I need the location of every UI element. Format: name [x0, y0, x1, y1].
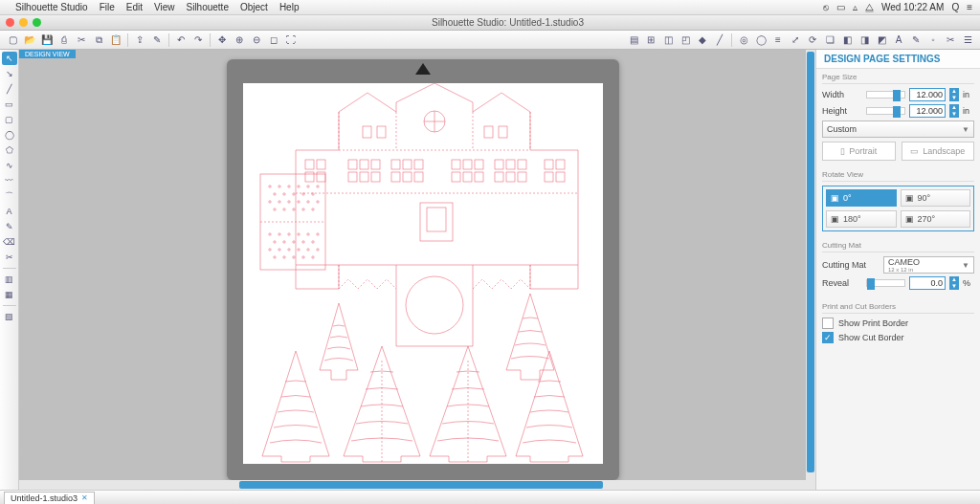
send-icon[interactable]: ⇪	[132, 33, 147, 48]
text-style-icon[interactable]: A	[891, 33, 906, 48]
width-slider[interactable]	[866, 91, 905, 99]
library-tool-icon[interactable]: ▥	[2, 273, 17, 286]
svg-rect-23	[403, 172, 412, 182]
menu-object[interactable]: Object	[240, 2, 268, 12]
show-print-border-checkbox[interactable]: Show Print Border	[822, 318, 974, 329]
height-slider[interactable]	[866, 107, 905, 115]
store-tool-icon[interactable]: ▦	[2, 288, 17, 301]
spotlight-icon[interactable]: Q	[951, 2, 959, 12]
design-view-tab[interactable]: DESIGN VIEW	[19, 50, 76, 58]
reveal-stepper[interactable]: ▲▼	[949, 276, 959, 290]
vertical-scrollbar[interactable]	[806, 50, 815, 480]
app-name[interactable]: Silhouette Studio	[15, 2, 88, 12]
menu-file[interactable]: File	[100, 2, 115, 12]
close-button[interactable]	[6, 18, 14, 27]
blade-icon[interactable]: ✎	[149, 33, 165, 48]
cutting-mat-dropdown[interactable]: CAMEO 12 x 12 in ▼	[883, 256, 974, 274]
line-icon[interactable]: ╱	[712, 33, 727, 48]
pan-icon[interactable]: ✥	[214, 33, 230, 48]
eraser-tool-icon[interactable]: ⌫	[2, 235, 17, 249]
knife-tool-icon[interactable]: ✂	[2, 251, 17, 264]
close-tab-icon[interactable]: ✕	[81, 493, 88, 502]
edit-points-icon[interactable]: ↘	[2, 67, 17, 80]
new-icon[interactable]: ▢	[5, 33, 20, 48]
undo-icon[interactable]: ↶	[173, 33, 189, 48]
scale-icon[interactable]: ⤢	[788, 33, 803, 48]
cut-icon[interactable]: ✂	[74, 33, 89, 48]
status-icon[interactable]: ⎋	[823, 2, 829, 12]
rhinestone-icon[interactable]: ◦	[925, 33, 941, 48]
menu-edit[interactable]: Edit	[126, 2, 143, 12]
grid-icon[interactable]: ⊞	[643, 33, 658, 48]
select-tool-icon[interactable]: ↖	[2, 52, 17, 65]
zoomin-icon[interactable]: ⊕	[232, 33, 247, 48]
arc-tool-icon[interactable]: ⌒	[2, 189, 17, 203]
menu-help[interactable]: Help	[279, 2, 300, 12]
menu-silhouette[interactable]: Silhouette	[186, 2, 228, 12]
width-input[interactable]: 12.000	[909, 88, 946, 101]
paste-icon[interactable]: 📋	[108, 33, 123, 48]
registration-icon[interactable]: ◫	[660, 33, 676, 48]
zoomout-icon[interactable]: ⊖	[249, 33, 264, 48]
rotate-90-button[interactable]: ▣90°	[901, 189, 971, 207]
menu-view[interactable]: View	[154, 2, 175, 12]
horizontal-scrollbar[interactable]	[19, 480, 815, 490]
redo-icon[interactable]: ↷	[190, 33, 206, 48]
print-icon[interactable]: ⎙	[56, 33, 72, 48]
height-input[interactable]: 12.000	[909, 104, 946, 118]
svg-rect-15	[371, 160, 380, 169]
zoomsel-icon[interactable]: ◻	[266, 33, 281, 48]
airplay-icon[interactable]: ▵	[853, 2, 858, 12]
width-stepper[interactable]: ▲▼	[949, 88, 959, 101]
canvas-area[interactable]: DESIGN VIEW	[19, 50, 815, 490]
portrait-button[interactable]: ▯Portrait	[822, 142, 896, 161]
rotate-0-button[interactable]: ▣0°	[826, 189, 897, 207]
wifi-icon[interactable]: ⧋	[865, 2, 874, 13]
clock[interactable]: Wed 10:22 AM	[881, 2, 944, 12]
modify-06-icon[interactable]: ◧	[839, 33, 855, 48]
offset-icon[interactable]: ◯	[753, 33, 768, 48]
reveal-slider[interactable]	[866, 279, 905, 287]
landscape-button[interactable]: ▭Landscape	[902, 142, 975, 161]
trace-icon[interactable]: ◎	[736, 33, 751, 48]
modify-07-icon[interactable]: ◨	[857, 33, 872, 48]
rect-tool-icon[interactable]: ▭	[2, 98, 17, 111]
roundrect-tool-icon[interactable]: ▢	[2, 113, 17, 126]
open-icon[interactable]: 📂	[22, 33, 37, 48]
height-stepper[interactable]: ▲▼	[949, 104, 959, 118]
svg-point-87	[307, 249, 309, 251]
menu-icon[interactable]: ≡	[967, 2, 972, 12]
copy-icon[interactable]: ⧉	[91, 33, 106, 48]
rotate-icon[interactable]: ⟳	[805, 33, 820, 48]
show-cut-border-checkbox[interactable]: ✓ Show Cut Border	[822, 332, 974, 343]
fill-icon[interactable]: ◆	[695, 33, 710, 48]
reveal-input[interactable]: 0.0	[909, 276, 946, 290]
pixscan-icon[interactable]: ◰	[678, 33, 693, 48]
draw-note-icon[interactable]: ✎	[2, 220, 17, 233]
freehand-tool-icon[interactable]: 〰	[2, 174, 17, 187]
send-to-silhouette-icon[interactable]: ▧	[2, 310, 17, 323]
curve-tool-icon[interactable]: ∿	[2, 159, 17, 172]
zoom-button[interactable]	[33, 18, 41, 27]
display-icon[interactable]: ▭	[836, 2, 845, 12]
rotate-270-button[interactable]: ▣270°	[901, 210, 971, 228]
modify-08-icon[interactable]: ◩	[874, 33, 889, 48]
document-tab[interactable]: Untitled-1.studio3✕	[4, 492, 95, 504]
ellipse-tool-icon[interactable]: ◯	[2, 128, 17, 142]
align-icon[interactable]: ≡	[770, 33, 786, 48]
line-tool-icon[interactable]: ╱	[2, 82, 17, 96]
replicate-icon[interactable]: ❏	[822, 33, 837, 48]
sketch-icon[interactable]: ✎	[908, 33, 924, 48]
rotate-180-button[interactable]: ▣180°	[826, 210, 897, 228]
svg-rect-26	[463, 160, 472, 169]
page-settings-icon[interactable]: ▤	[626, 33, 641, 48]
text-tool-icon[interactable]: A	[2, 205, 17, 218]
svg-point-69	[293, 208, 295, 210]
minimize-button[interactable]	[19, 18, 28, 27]
library-icon[interactable]: ☰	[960, 33, 975, 48]
cut-settings-icon[interactable]: ✂	[943, 33, 958, 48]
save-icon[interactable]: 💾	[39, 33, 55, 48]
polygon-tool-icon[interactable]: ⬠	[2, 143, 17, 157]
page-preset-dropdown[interactable]: Custom▼	[822, 121, 974, 138]
zoomfit-icon[interactable]: ⛶	[283, 33, 299, 48]
